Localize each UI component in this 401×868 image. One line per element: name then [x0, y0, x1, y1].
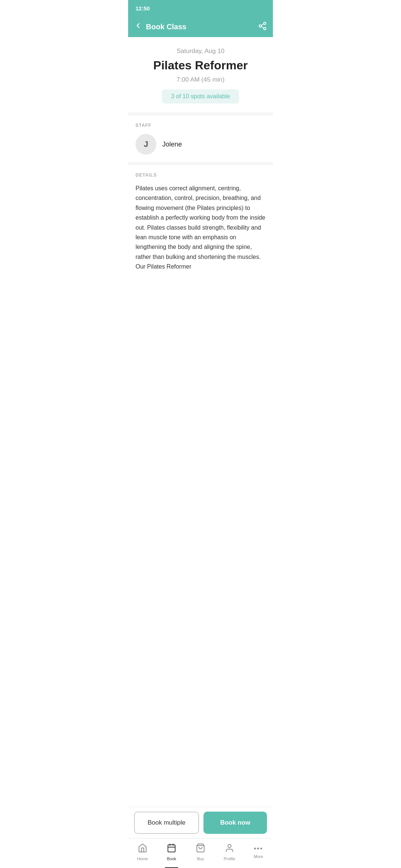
staff-avatar: J — [136, 134, 156, 155]
status-time: 12:50 — [136, 5, 150, 11]
details-text: Pilates uses correct alignment, centring… — [136, 184, 265, 272]
back-button[interactable]: Book Class — [134, 22, 186, 32]
staff-item: J Jolene — [136, 134, 265, 155]
header: Book Class — [128, 16, 273, 37]
class-name: Pilates Reformer — [136, 59, 265, 72]
spots-badge: 3 of 10 spots available — [162, 89, 239, 103]
class-date: Saturday, Aug 10 — [136, 47, 265, 55]
details-section-label: DETAILS — [136, 172, 265, 178]
class-info-section: Saturday, Aug 10 Pilates Reformer 7:00 A… — [128, 37, 273, 115]
header-title: Book Class — [146, 23, 186, 31]
class-time: 7:00 AM (45 min) — [136, 76, 265, 83]
staff-name: Jolene — [162, 141, 182, 148]
share-icon[interactable] — [258, 22, 267, 32]
back-icon — [134, 22, 142, 32]
details-section: DETAILS Pilates uses correct alignment, … — [128, 165, 273, 279]
status-bar: 12:50 — [128, 0, 273, 16]
svg-line-4 — [261, 24, 264, 25]
staff-section: STAFF J Jolene — [128, 115, 273, 165]
svg-line-3 — [261, 26, 264, 28]
scroll-content: Saturday, Aug 10 Pilates Reformer 7:00 A… — [128, 37, 273, 346]
staff-section-label: STAFF — [136, 123, 265, 128]
